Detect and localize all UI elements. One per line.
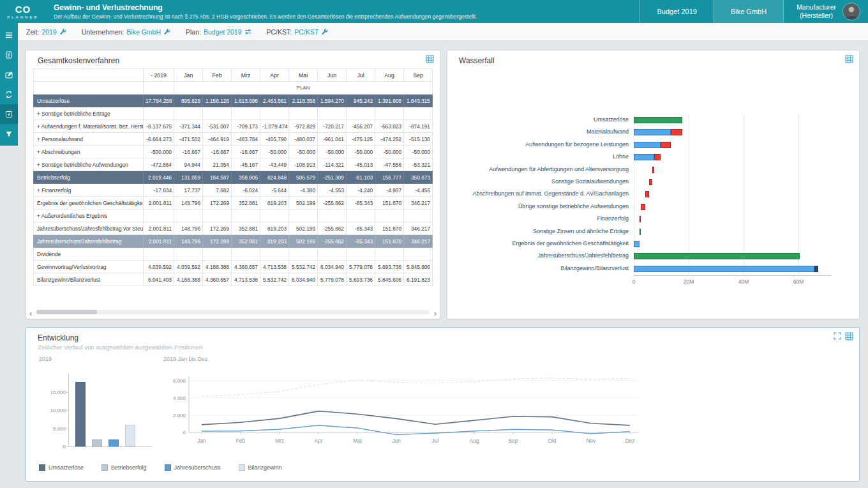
value-cell[interactable]: 2.001.811 [144, 197, 174, 210]
row-label[interactable]: Umsatzerlöse [34, 95, 144, 107]
row-label[interactable]: Dividende [34, 248, 144, 261]
value-cell[interactable]: 502.199 [289, 222, 318, 235]
user-avatar[interactable] [842, 3, 860, 20]
value-cell[interactable]: -47.556 [375, 158, 404, 171]
value-cell[interactable]: 172.269 [203, 235, 232, 248]
value-cell[interactable]: 7.682 [203, 184, 232, 197]
filter-value[interactable]: Bike GmbH [126, 28, 161, 36]
value-cell[interactable]: 2.001.811 [144, 235, 174, 248]
value-cell[interactable]: 5.779.078 [347, 261, 375, 273]
scroll-right-chevron[interactable]: › [434, 310, 437, 317]
value-cell[interactable]: -4.456 [404, 184, 433, 197]
value-cell[interactable] [347, 210, 375, 222]
sync-icon[interactable] [0, 84, 18, 104]
wrench-icon[interactable] [321, 28, 328, 35]
value-cell[interactable] [318, 107, 347, 120]
value-cell[interactable]: 4.713.538 [260, 261, 289, 273]
value-cell[interactable]: 6.041.403 [144, 273, 174, 286]
value-cell[interactable] [260, 210, 289, 222]
value-cell[interactable]: -720.217 [318, 120, 347, 133]
value-cell[interactable]: 4.360.657 [203, 273, 232, 286]
value-cell[interactable]: -6.024 [232, 184, 260, 197]
value-cell[interactable] [404, 107, 433, 120]
value-cell[interactable]: -85.343 [347, 197, 375, 210]
value-cell[interactable]: 148.796 [174, 197, 203, 210]
value-cell[interactable] [375, 248, 404, 261]
value-cell[interactable]: -456.207 [347, 120, 375, 133]
value-cell[interactable]: -108.913 [289, 158, 318, 171]
value-cell[interactable]: 350.673 [404, 171, 433, 184]
value-cell[interactable]: -16.667 [232, 146, 260, 158]
column-header-year[interactable]: - 2019 [144, 69, 174, 82]
row-label[interactable]: Jahresüberschuss/Jahresfehlbetrag vor St… [34, 222, 144, 235]
value-cell[interactable]: 151.870 [375, 222, 404, 235]
value-cell[interactable] [144, 248, 174, 261]
value-cell[interactable] [318, 248, 347, 261]
value-cell[interactable]: 506.579 [289, 171, 318, 184]
value-cell[interactable]: 502.199 [289, 235, 318, 248]
value-cell[interactable]: -5.644 [260, 184, 289, 197]
value-cell[interactable]: 5.845.606 [404, 261, 433, 273]
legend-item[interactable]: Jahresüberschuss [165, 464, 221, 471]
value-cell[interactable] [289, 248, 318, 261]
value-cell[interactable] [232, 210, 260, 222]
value-cell[interactable]: 6.191.823 [404, 273, 433, 286]
value-cell[interactable]: 346.217 [404, 235, 433, 248]
header-plan-button[interactable]: Budget 2019 [640, 0, 713, 23]
value-cell[interactable]: -50.000 [404, 146, 433, 158]
row-label[interactable]: + Sonstige betriebliche Aufwendungen [34, 158, 144, 171]
value-cell[interactable]: -255.862 [318, 222, 347, 235]
value-cell[interactable]: -464.919 [203, 133, 232, 146]
filter-value[interactable]: Budget 2019 [204, 28, 242, 36]
value-cell[interactable]: 1.843.315 [404, 95, 433, 107]
value-cell[interactable] [289, 210, 318, 222]
value-cell[interactable]: -471.502 [174, 133, 203, 146]
row-label[interactable]: Gewinnvortrag/Verlustvortrag [34, 261, 144, 273]
value-cell[interactable]: 131.059 [174, 171, 203, 184]
value-cell[interactable]: 819.203 [260, 235, 289, 248]
value-cell[interactable]: -114.321 [318, 158, 347, 171]
report-icon[interactable] [0, 45, 18, 65]
grid-view-icon[interactable] [845, 55, 853, 63]
expand-icon[interactable] [834, 332, 841, 340]
value-cell[interactable]: -531.007 [203, 120, 232, 133]
value-cell[interactable] [203, 248, 232, 261]
row-label[interactable]: + Personalaufwand [34, 133, 144, 146]
value-cell[interactable]: 17.737 [174, 184, 203, 197]
value-cell[interactable] [318, 210, 347, 222]
legend-item[interactable]: Bilanzgewinn [239, 464, 282, 471]
value-cell[interactable]: -474.252 [375, 133, 404, 146]
row-label[interactable]: Ergebnis der gewöhnlichen Geschäftstätig… [34, 197, 144, 210]
value-cell[interactable]: 5.532.742 [289, 261, 318, 273]
value-cell[interactable] [375, 107, 404, 120]
value-cell[interactable] [144, 107, 174, 120]
value-cell[interactable]: -1.079.474 [260, 120, 289, 133]
value-cell[interactable]: 1.594.270 [318, 95, 347, 107]
value-cell[interactable] [174, 210, 203, 222]
value-cell[interactable]: 819.203 [260, 222, 289, 235]
value-cell[interactable]: -475.125 [347, 133, 375, 146]
value-cell[interactable]: 346.217 [404, 197, 433, 210]
value-cell[interactable] [203, 210, 232, 222]
scroll-left-chevron[interactable]: ‹ [29, 310, 32, 317]
value-cell[interactable]: 2.463.561 [260, 95, 289, 107]
value-cell[interactable]: -4.240 [347, 184, 375, 197]
value-cell[interactable] [347, 107, 375, 120]
value-cell[interactable]: -465.790 [260, 133, 289, 146]
value-cell[interactable]: -85.343 [347, 222, 375, 235]
export-icon[interactable] [0, 104, 18, 124]
value-cell[interactable]: 352.881 [232, 197, 260, 210]
value-cell[interactable]: -16.667 [203, 146, 232, 158]
value-cell[interactable]: -472.864 [144, 158, 174, 171]
sliders-icon[interactable] [244, 28, 251, 35]
legend-item[interactable]: Umsatzerlöse [39, 464, 84, 471]
value-cell[interactable] [203, 107, 232, 120]
value-cell[interactable]: -480.037 [289, 133, 318, 146]
grid-view-icon[interactable] [426, 55, 434, 63]
row-label[interactable]: Bilanzgewinn/Bilanzverlust [34, 273, 144, 286]
value-cell[interactable]: 945.242 [347, 95, 375, 107]
value-cell[interactable]: -50.000 [375, 146, 404, 158]
value-cell[interactable]: -6.664.273 [144, 133, 174, 146]
value-cell[interactable]: 5.693.736 [375, 261, 404, 273]
value-cell[interactable]: 4.188.388 [203, 261, 232, 273]
